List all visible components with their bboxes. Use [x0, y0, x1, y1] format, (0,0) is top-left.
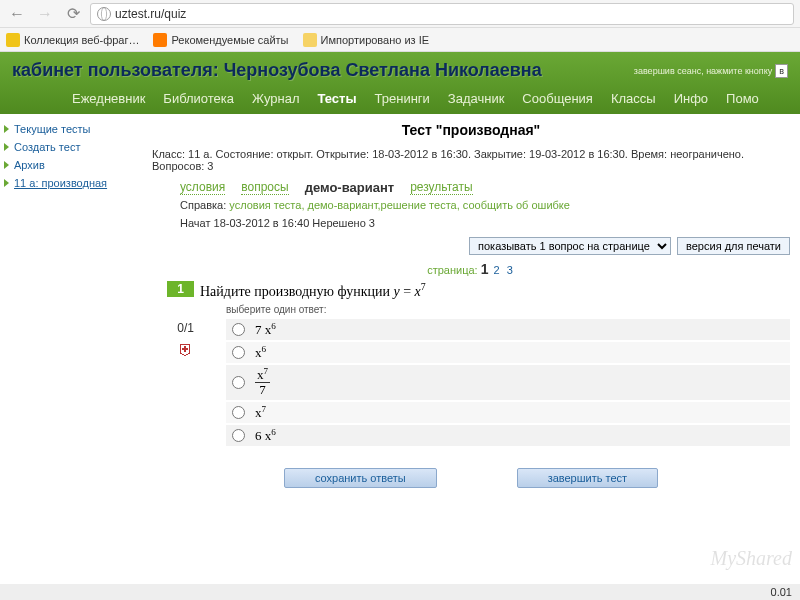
pager: страница: 1 2 3 — [152, 261, 790, 277]
tab-результаты[interactable]: результаты — [410, 180, 472, 195]
arrow-icon — [4, 161, 9, 169]
site-header: завершив сеанс, нажмите кнопкув кабинет … — [0, 52, 800, 114]
page-current: 1 — [481, 261, 489, 277]
test-meta: Класс: 11 а. Состояние: открыт. Открытие… — [152, 148, 790, 172]
bookmark-label: Рекомендуемые сайты — [171, 34, 288, 46]
bookmark-1[interactable]: Коллекция веб-фраг… — [6, 33, 139, 47]
answer-text: 6 x6 — [255, 427, 276, 444]
nav-Журнал[interactable]: Журнал — [252, 91, 299, 106]
folder-icon — [303, 33, 317, 47]
answer-option[interactable]: x7 — [226, 402, 790, 423]
back-button[interactable]: ← — [6, 3, 28, 25]
per-page-select[interactable]: показывать 1 вопрос на странице — [469, 237, 671, 255]
url-text: uztest.ru/quiz — [115, 7, 186, 21]
display-controls: показывать 1 вопрос на странице версия д… — [152, 237, 790, 255]
nav-Задачник[interactable]: Задачник — [448, 91, 505, 106]
session-note: завершив сеанс, нажмите кнопкув — [634, 64, 788, 78]
answer-option[interactable]: x77 — [226, 365, 790, 399]
bookmark-icon — [153, 33, 167, 47]
answer-radio[interactable] — [232, 429, 245, 442]
test-title: Тест "производная" — [152, 122, 790, 138]
answer-text: x77 — [255, 367, 270, 397]
question: 1 0/1 ⛨ Найдите производную функции y = … — [152, 281, 790, 448]
tab-демо-вариант[interactable]: демо-вариант — [305, 180, 394, 195]
footer-timer: 0.01 — [0, 584, 800, 600]
bookmark-2[interactable]: Рекомендуемые сайты — [153, 33, 288, 47]
nav-Помо[interactable]: Помо — [726, 91, 759, 106]
sidebar: Текущие тестыСоздать тестАрхив11 а: прои… — [0, 114, 142, 494]
sidebar-label: Текущие тесты — [14, 123, 91, 135]
sidebar-label: Создать тест — [14, 141, 80, 153]
exit-button[interactable]: в — [775, 64, 788, 78]
sidebar-item[interactable]: Текущие тесты — [4, 120, 138, 138]
bookmarks-bar: Коллекция веб-фраг… Рекомендуемые сайты … — [0, 28, 800, 52]
browser-toolbar: ← → ⟳ uztest.ru/quiz — [0, 0, 800, 28]
page-link-3[interactable]: 3 — [507, 264, 513, 276]
bookmark-label: Коллекция веб-фраг… — [24, 34, 139, 46]
arrow-icon — [4, 179, 9, 187]
url-bar[interactable]: uztest.ru/quiz — [90, 3, 794, 25]
watermark: MyShared — [711, 547, 792, 570]
bookmark-3[interactable]: Импортировано из IE — [303, 33, 430, 47]
sidebar-item[interactable]: Архив — [4, 156, 138, 174]
answer-option[interactable]: 6 x6 — [226, 425, 790, 446]
answer-radio[interactable] — [232, 406, 245, 419]
arrow-icon — [4, 143, 9, 151]
tab-условия[interactable]: условия — [180, 180, 225, 195]
answer-text: x6 — [255, 344, 266, 361]
answer-option[interactable]: x6 — [226, 342, 790, 363]
main-nav: ЕжедневникБиблиотекаЖурналТестыТренингиЗ… — [12, 81, 788, 114]
print-version-button[interactable]: версия для печати — [677, 237, 790, 255]
sidebar-label: Архив — [14, 159, 45, 171]
tab-вопросы[interactable]: вопросы — [241, 180, 288, 195]
help-line: Справка: условия теста, демо-вариант,реш… — [152, 199, 790, 211]
question-number: 1 — [167, 281, 194, 297]
question-instruction: выберите один ответ: — [226, 304, 790, 315]
answer-radio[interactable] — [232, 346, 245, 359]
nav-Тесты[interactable]: Тесты — [317, 91, 356, 106]
nav-Тренинги[interactable]: Тренинги — [375, 91, 430, 106]
content: Тест "производная" Класс: 11 а. Состояни… — [142, 114, 800, 494]
nav-Классы[interactable]: Классы — [611, 91, 656, 106]
reload-button[interactable]: ⟳ — [62, 3, 84, 25]
save-answers-button[interactable]: сохранить ответы — [284, 468, 437, 488]
answer-option[interactable]: 7 x6 — [226, 319, 790, 340]
answer-radio[interactable] — [232, 376, 245, 389]
nav-Сообщения[interactable]: Сообщения — [522, 91, 593, 106]
nav-Инфо[interactable]: Инфо — [674, 91, 708, 106]
nav-Библиотека[interactable]: Библиотека — [163, 91, 234, 106]
arrow-icon — [4, 125, 9, 133]
action-buttons: сохранить ответы завершить тест — [152, 468, 790, 488]
answers: 7 x6x6x77x76 x6 — [200, 319, 790, 447]
question-text: Найдите производную функции y = x7 — [200, 281, 790, 300]
bookmark-icon — [6, 33, 20, 47]
question-score: 0/1 — [152, 321, 194, 335]
nav-Ежедневник[interactable]: Ежедневник — [72, 91, 145, 106]
globe-icon — [97, 7, 111, 21]
sub-tabs: условиявопросыдемо-вариантрезультаты — [152, 180, 790, 195]
start-line: Начат 18-03-2012 в 16:40 Нерешено 3 — [152, 217, 790, 229]
sidebar-item[interactable]: Создать тест — [4, 138, 138, 156]
sidebar-label: 11 а: производная — [14, 177, 107, 189]
answer-radio[interactable] — [232, 323, 245, 336]
sidebar-item[interactable]: 11 а: производная — [4, 174, 138, 192]
answer-text: 7 x6 — [255, 321, 276, 338]
finish-test-button[interactable]: завершить тест — [517, 468, 658, 488]
answer-text: x7 — [255, 404, 266, 421]
forward-button[interactable]: → — [34, 3, 56, 25]
page-link-2[interactable]: 2 — [494, 264, 500, 276]
bookmark-label: Импортировано из IE — [321, 34, 430, 46]
shield-icon: ⛨ — [152, 341, 194, 359]
